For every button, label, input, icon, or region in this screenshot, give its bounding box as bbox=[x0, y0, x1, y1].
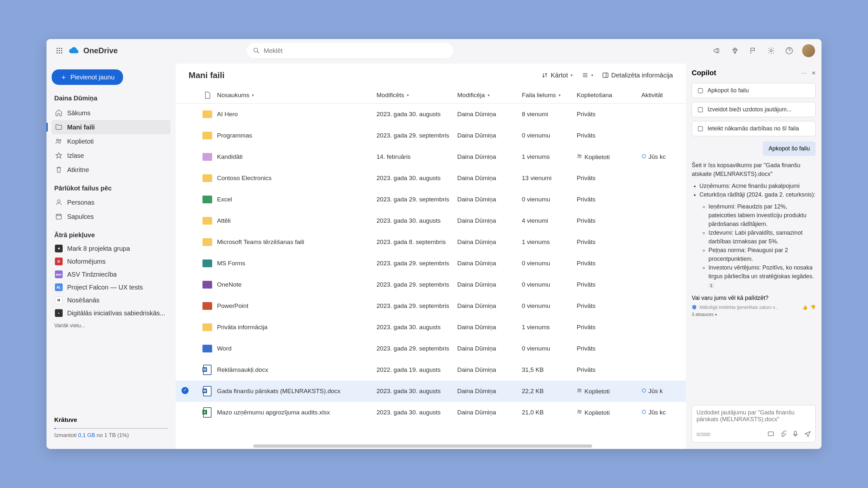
settings-icon[interactable] bbox=[766, 45, 776, 56]
col-sharing[interactable]: Koplietošana bbox=[577, 92, 641, 99]
close-icon[interactable]: ✕ bbox=[811, 70, 816, 76]
copilot-input-area: 0/2000 bbox=[692, 405, 816, 443]
more-locations-link[interactable]: Vairāk vietu... bbox=[54, 323, 168, 329]
mic-icon[interactable] bbox=[792, 430, 799, 438]
logo-area[interactable]: OneDrive bbox=[68, 46, 118, 55]
search-box[interactable] bbox=[247, 43, 454, 58]
sharing-status: Privāts bbox=[577, 217, 641, 224]
col-modified-by[interactable]: Modificēja▾ bbox=[457, 92, 522, 99]
quick-access-item[interactable]: •Digitālās iniciatīvas sabiedriskās... bbox=[52, 306, 170, 320]
svg-point-8 bbox=[61, 52, 62, 54]
col-size[interactable]: Faila lielums▾ bbox=[522, 92, 577, 99]
table-row[interactable]: Mazo uzņēmumu apgrozījuma audits.xlsx202… bbox=[176, 402, 686, 423]
modified-date: 2023. gada 29. septembris bbox=[376, 260, 457, 267]
thumbs-down-icon[interactable]: 👎 bbox=[810, 305, 816, 310]
table-row[interactable]: AI Hero2023. gada 30. augustsDaina Dūmiņ… bbox=[176, 104, 686, 125]
folder-icon bbox=[203, 302, 212, 310]
table-row[interactable]: Programmas2023. gada 29. septembrisDaina… bbox=[176, 125, 686, 146]
help-icon[interactable] bbox=[784, 45, 795, 56]
add-new-button[interactable]: ＋ Pievienot jaunu bbox=[52, 69, 123, 85]
folder-icon bbox=[203, 153, 212, 161]
table-row[interactable]: MS Forms2023. gada 29. septembrisDaina D… bbox=[176, 253, 686, 274]
table-row[interactable]: Excel2023. gada 29. septembrisDaina Dūmi… bbox=[176, 189, 686, 210]
modified-date: 2023. gada 29. septembris bbox=[376, 132, 457, 139]
quick-access-label: Nosēšanās bbox=[67, 297, 99, 304]
sharing-status: Koplietoti bbox=[577, 388, 641, 395]
storage-text: Izmantoti 0,1 GB no 1 TB (1%) bbox=[54, 432, 168, 438]
app-launcher-icon[interactable] bbox=[53, 44, 66, 57]
nav-folder[interactable]: Mani faili bbox=[52, 120, 170, 134]
table-row[interactable]: Word2023. gada 29. septembrisDaina Dūmiņ… bbox=[176, 338, 686, 359]
sidebar-user-name: Daina Dūmiņa bbox=[54, 95, 168, 102]
svg-point-3 bbox=[57, 50, 58, 51]
card-icon[interactable] bbox=[768, 430, 774, 438]
quick-access-item[interactable]: ALProject Falcon — UX tests bbox=[52, 281, 170, 294]
folder-icon bbox=[203, 196, 212, 203]
copilot-suggestion[interactable]: Apkopot šo failu bbox=[692, 83, 816, 98]
search-input[interactable] bbox=[264, 47, 447, 55]
modified-by: Daina Dūmiņa bbox=[457, 217, 522, 224]
folder-icon bbox=[203, 174, 212, 182]
table-row[interactable]: Reklāmsaukļi.docx2022. gada 19. augustsD… bbox=[176, 359, 686, 381]
diamond-icon[interactable] bbox=[730, 45, 740, 56]
view-button[interactable]: ▾ bbox=[582, 72, 593, 79]
add-new-label: Pievienot jaunu bbox=[70, 73, 115, 81]
quick-access-label: Noformējums bbox=[67, 258, 105, 265]
nav-home[interactable]: Sākums bbox=[52, 106, 170, 120]
quick-access-item[interactable]: asvASV Tirdzniecība bbox=[52, 268, 170, 281]
quick-access-item[interactable]: ✦Mark 8 projekta grupa bbox=[52, 242, 170, 255]
flag-icon[interactable] bbox=[748, 45, 758, 56]
copilot-suggestion[interactable]: Izveidot bieži uzdotos jautājum... bbox=[692, 102, 816, 117]
row-checkbox[interactable] bbox=[182, 387, 189, 394]
megaphone-icon[interactable] bbox=[712, 45, 722, 56]
activity-icon bbox=[641, 409, 647, 416]
more-icon[interactable]: ⋯ bbox=[801, 70, 806, 76]
col-name[interactable]: Nosaukums▾ bbox=[217, 92, 376, 99]
copilot-input[interactable] bbox=[696, 409, 811, 427]
nav-star[interactable]: Izlase bbox=[52, 149, 170, 163]
col-modified[interactable]: Modificēts▾ bbox=[376, 92, 457, 99]
modified-date: 2023. gada 29. septembris bbox=[376, 281, 457, 288]
search-icon bbox=[253, 47, 259, 54]
references-toggle[interactable]: 3 atsauces ▾ bbox=[692, 312, 816, 317]
file-name: Gada finanšu pārskats (MELNRAKSTS).docx bbox=[217, 388, 376, 395]
modified-by: Daina Dūmiņa bbox=[457, 281, 522, 288]
app-name: OneDrive bbox=[83, 46, 118, 55]
activity-cell: Jūs k bbox=[641, 388, 680, 395]
nav-people[interactable]: Koplietoti bbox=[52, 134, 170, 149]
table-row[interactable]: Privāta informācija2023. gada 30. august… bbox=[176, 317, 686, 338]
table-row[interactable]: OneNote2023. gada 29. septembrisDaina Dū… bbox=[176, 274, 686, 295]
file-size: 0 vienumu bbox=[522, 302, 577, 310]
table-row[interactable]: Attēli2023. gada 30. augustsDaina Dūmiņa… bbox=[176, 210, 686, 231]
user-avatar[interactable] bbox=[802, 44, 815, 57]
modified-date: 2023. gada 29. septembris bbox=[376, 345, 457, 352]
quick-access-item[interactable]: DNoformējums bbox=[52, 255, 170, 268]
svg-point-2 bbox=[61, 48, 62, 49]
horizontal-scrollbar[interactable] bbox=[253, 445, 592, 448]
quick-access-icon: H bbox=[55, 296, 63, 304]
col-activity[interactable]: Aktivitāt bbox=[641, 92, 680, 99]
table-row[interactable]: PowerPoint2023. gada 29. septembrisDaina… bbox=[176, 295, 686, 317]
table-row[interactable]: Gada finanšu pārskats (MELNRAKSTS).docx2… bbox=[176, 381, 686, 402]
modified-by: Daina Dūmiņa bbox=[457, 388, 522, 395]
modified-by: Daina Dūmiņa bbox=[457, 111, 522, 118]
table-row[interactable]: Microsoft Teams tērzēšanas faili2023. ga… bbox=[176, 231, 686, 253]
send-icon[interactable] bbox=[804, 430, 811, 438]
table-row[interactable]: Contoso Electronics2023. gada 30. august… bbox=[176, 167, 686, 189]
attach-icon[interactable] bbox=[780, 430, 786, 438]
table-row[interactable]: Kandidāti14. februārisDaina Dūmiņa1 vien… bbox=[176, 146, 686, 167]
details-button[interactable]: Detalizēta informācija bbox=[602, 72, 673, 79]
nav-trash[interactable]: Atkritne bbox=[52, 163, 170, 177]
quick-access-item[interactable]: HNosēšanās bbox=[52, 294, 170, 306]
svg-rect-16 bbox=[56, 214, 61, 219]
char-count: 0/2000 bbox=[696, 432, 710, 437]
browse-calendar[interactable]: Sapulces bbox=[52, 209, 170, 224]
copilot-suggestion[interactable]: Ieteikt nākamās darbības no šī faila bbox=[692, 121, 816, 136]
modified-date: 2023. gada 8. septembris bbox=[376, 238, 457, 246]
browse-person[interactable]: Personas bbox=[52, 195, 170, 209]
trash-icon bbox=[55, 166, 63, 174]
sort-button[interactable]: Kārtot ▾ bbox=[541, 72, 572, 79]
reference-badge[interactable]: 1 bbox=[709, 283, 714, 288]
thumbs-up-icon[interactable]: 👍 bbox=[802, 305, 808, 310]
file-size: 0 vienumu bbox=[522, 260, 577, 267]
